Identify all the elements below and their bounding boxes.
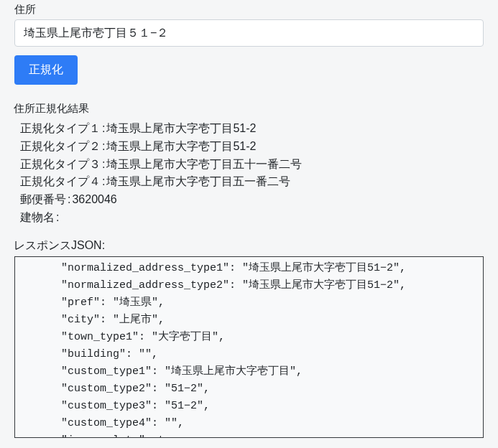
json-line: "custom_type4": "", — [22, 415, 476, 432]
response-json-heading: レスポンスJSON: — [14, 238, 484, 253]
json-line: "pref": "埼玉県", — [22, 294, 476, 312]
result-row: 正規化タイプ１: 埼玉県上尾市大字壱丁目51-2 — [20, 120, 484, 138]
json-line: "normalized_address_type2": "埼玉県上尾市大字壱丁目… — [22, 277, 476, 294]
result-row: 郵便番号: 3620046 — [20, 191, 484, 209]
result-row: 正規化タイプ３: 埼玉県上尾市大字壱丁目五十一番二号 — [20, 156, 484, 174]
result-label: 正規化タイプ３ — [20, 156, 101, 174]
json-line: "is_complete": true, — [22, 432, 476, 438]
result-row: 正規化タイプ４: 埼玉県上尾市大字壱丁目五一番二号 — [20, 173, 484, 191]
json-line: "town_type1": "大字壱丁目", — [22, 329, 476, 346]
result-label: 正規化タイプ２ — [20, 138, 101, 156]
result-value: 3620046 — [72, 191, 116, 209]
json-line: "city": "上尾市", — [22, 312, 476, 329]
json-line: "custom_type1": "埼玉県上尾市大字壱丁目", — [22, 363, 476, 381]
address-label: 住所 — [14, 0, 484, 19]
result-value: 埼玉県上尾市大字壱丁目51-2 — [106, 120, 256, 138]
json-line: "building": "", — [22, 346, 476, 363]
result-label: 郵便番号 — [20, 191, 66, 209]
result-label: 正規化タイプ１ — [20, 120, 101, 138]
result-label: 建物名 — [20, 209, 55, 227]
result-row: 正規化タイプ２: 埼玉県上尾市大字壱丁目51-2 — [20, 138, 484, 156]
main-container: 住所 正規化 住所正規化結果 正規化タイプ１: 埼玉県上尾市大字壱丁目51-2 … — [0, 0, 498, 448]
result-value: 埼玉県上尾市大字壱丁目51-2 — [106, 138, 256, 156]
result-value: 埼玉県上尾市大字壱丁目五十一番二号 — [106, 156, 302, 174]
result-value: 埼玉県上尾市大字壱丁目五一番二号 — [106, 173, 290, 191]
json-line: "custom_type3": "51−2", — [22, 398, 476, 415]
result-row: 建物名: — [20, 209, 484, 227]
normalize-button[interactable]: 正規化 — [14, 55, 78, 85]
results-list: 正規化タイプ１: 埼玉県上尾市大字壱丁目51-2 正規化タイプ２: 埼玉県上尾市… — [14, 120, 484, 227]
json-line: "normalized_address_type1": "埼玉県上尾市大字壱丁目… — [22, 260, 476, 277]
json-line: "custom_type2": "51−2", — [22, 381, 476, 398]
response-json-box[interactable]: "normalized_address_type1": "埼玉県上尾市大字壱丁目… — [14, 256, 484, 438]
result-label: 正規化タイプ４ — [20, 173, 101, 191]
address-input[interactable] — [14, 19, 484, 47]
results-heading: 住所正規化結果 — [14, 102, 484, 116]
